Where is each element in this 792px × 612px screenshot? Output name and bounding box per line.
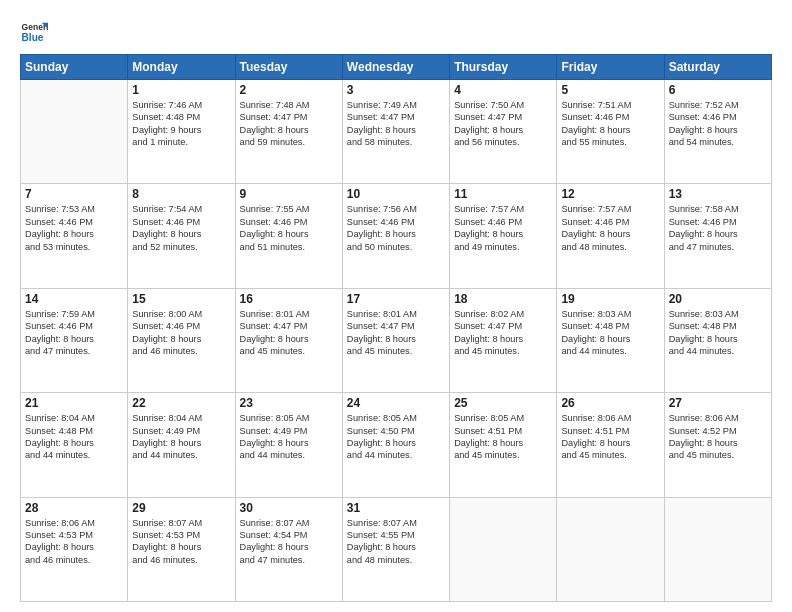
day-number: 31: [347, 501, 445, 515]
calendar-cell: 12Sunrise: 7:57 AMSunset: 4:46 PMDayligh…: [557, 184, 664, 288]
day-number: 1: [132, 83, 230, 97]
day-number: 18: [454, 292, 552, 306]
cell-content: Sunrise: 8:01 AMSunset: 4:47 PMDaylight:…: [347, 308, 445, 358]
calendar-cell: 13Sunrise: 7:58 AMSunset: 4:46 PMDayligh…: [664, 184, 771, 288]
calendar-cell: 10Sunrise: 7:56 AMSunset: 4:46 PMDayligh…: [342, 184, 449, 288]
day-number: 13: [669, 187, 767, 201]
cell-content: Sunrise: 7:58 AMSunset: 4:46 PMDaylight:…: [669, 203, 767, 253]
cell-content: Sunrise: 8:02 AMSunset: 4:47 PMDaylight:…: [454, 308, 552, 358]
day-number: 22: [132, 396, 230, 410]
day-number: 6: [669, 83, 767, 97]
weekday-header-tuesday: Tuesday: [235, 55, 342, 80]
day-number: 29: [132, 501, 230, 515]
day-number: 19: [561, 292, 659, 306]
calendar-cell: 20Sunrise: 8:03 AMSunset: 4:48 PMDayligh…: [664, 288, 771, 392]
cell-content: Sunrise: 7:49 AMSunset: 4:47 PMDaylight:…: [347, 99, 445, 149]
calendar-cell: 27Sunrise: 8:06 AMSunset: 4:52 PMDayligh…: [664, 393, 771, 497]
calendar-cell: 19Sunrise: 8:03 AMSunset: 4:48 PMDayligh…: [557, 288, 664, 392]
calendar-cell: 9Sunrise: 7:55 AMSunset: 4:46 PMDaylight…: [235, 184, 342, 288]
calendar-week-row: 21Sunrise: 8:04 AMSunset: 4:48 PMDayligh…: [21, 393, 772, 497]
cell-content: Sunrise: 7:57 AMSunset: 4:46 PMDaylight:…: [561, 203, 659, 253]
calendar-cell: 4Sunrise: 7:50 AMSunset: 4:47 PMDaylight…: [450, 80, 557, 184]
cell-content: Sunrise: 8:05 AMSunset: 4:49 PMDaylight:…: [240, 412, 338, 462]
calendar-cell: 3Sunrise: 7:49 AMSunset: 4:47 PMDaylight…: [342, 80, 449, 184]
day-number: 14: [25, 292, 123, 306]
cell-content: Sunrise: 7:56 AMSunset: 4:46 PMDaylight:…: [347, 203, 445, 253]
calendar-week-row: 14Sunrise: 7:59 AMSunset: 4:46 PMDayligh…: [21, 288, 772, 392]
cell-content: Sunrise: 8:04 AMSunset: 4:48 PMDaylight:…: [25, 412, 123, 462]
calendar-cell: [557, 497, 664, 601]
weekday-header-monday: Monday: [128, 55, 235, 80]
day-number: 4: [454, 83, 552, 97]
cell-content: Sunrise: 8:06 AMSunset: 4:53 PMDaylight:…: [25, 517, 123, 567]
cell-content: Sunrise: 7:51 AMSunset: 4:46 PMDaylight:…: [561, 99, 659, 149]
header: General Blue: [20, 18, 772, 46]
calendar-week-row: 28Sunrise: 8:06 AMSunset: 4:53 PMDayligh…: [21, 497, 772, 601]
cell-content: Sunrise: 8:07 AMSunset: 4:54 PMDaylight:…: [240, 517, 338, 567]
calendar-cell: 29Sunrise: 8:07 AMSunset: 4:53 PMDayligh…: [128, 497, 235, 601]
day-number: 30: [240, 501, 338, 515]
cell-content: Sunrise: 7:59 AMSunset: 4:46 PMDaylight:…: [25, 308, 123, 358]
day-number: 25: [454, 396, 552, 410]
calendar-week-row: 7Sunrise: 7:53 AMSunset: 4:46 PMDaylight…: [21, 184, 772, 288]
calendar-cell: 17Sunrise: 8:01 AMSunset: 4:47 PMDayligh…: [342, 288, 449, 392]
cell-content: Sunrise: 8:01 AMSunset: 4:47 PMDaylight:…: [240, 308, 338, 358]
calendar-cell: 11Sunrise: 7:57 AMSunset: 4:46 PMDayligh…: [450, 184, 557, 288]
calendar-cell: 28Sunrise: 8:06 AMSunset: 4:53 PMDayligh…: [21, 497, 128, 601]
calendar-cell: 8Sunrise: 7:54 AMSunset: 4:46 PMDaylight…: [128, 184, 235, 288]
day-number: 26: [561, 396, 659, 410]
cell-content: Sunrise: 8:06 AMSunset: 4:52 PMDaylight:…: [669, 412, 767, 462]
weekday-header-friday: Friday: [557, 55, 664, 80]
weekday-header-thursday: Thursday: [450, 55, 557, 80]
calendar-cell: 6Sunrise: 7:52 AMSunset: 4:46 PMDaylight…: [664, 80, 771, 184]
calendar-cell: [664, 497, 771, 601]
day-number: 9: [240, 187, 338, 201]
cell-content: Sunrise: 8:05 AMSunset: 4:50 PMDaylight:…: [347, 412, 445, 462]
day-number: 2: [240, 83, 338, 97]
calendar-cell: 16Sunrise: 8:01 AMSunset: 4:47 PMDayligh…: [235, 288, 342, 392]
calendar-cell: 24Sunrise: 8:05 AMSunset: 4:50 PMDayligh…: [342, 393, 449, 497]
day-number: 5: [561, 83, 659, 97]
cell-content: Sunrise: 7:46 AMSunset: 4:48 PMDaylight:…: [132, 99, 230, 149]
day-number: 20: [669, 292, 767, 306]
day-number: 17: [347, 292, 445, 306]
calendar-cell: 30Sunrise: 8:07 AMSunset: 4:54 PMDayligh…: [235, 497, 342, 601]
cell-content: Sunrise: 7:54 AMSunset: 4:46 PMDaylight:…: [132, 203, 230, 253]
logo: General Blue: [20, 18, 48, 46]
calendar-cell: [21, 80, 128, 184]
cell-content: Sunrise: 8:06 AMSunset: 4:51 PMDaylight:…: [561, 412, 659, 462]
page: General Blue SundayMondayTuesdayWednesda…: [0, 0, 792, 612]
calendar-cell: 15Sunrise: 8:00 AMSunset: 4:46 PMDayligh…: [128, 288, 235, 392]
calendar-table: SundayMondayTuesdayWednesdayThursdayFrid…: [20, 54, 772, 602]
weekday-header-saturday: Saturday: [664, 55, 771, 80]
cell-content: Sunrise: 8:04 AMSunset: 4:49 PMDaylight:…: [132, 412, 230, 462]
calendar-cell: 2Sunrise: 7:48 AMSunset: 4:47 PMDaylight…: [235, 80, 342, 184]
cell-content: Sunrise: 8:07 AMSunset: 4:53 PMDaylight:…: [132, 517, 230, 567]
cell-content: Sunrise: 7:52 AMSunset: 4:46 PMDaylight:…: [669, 99, 767, 149]
day-number: 21: [25, 396, 123, 410]
cell-content: Sunrise: 7:48 AMSunset: 4:47 PMDaylight:…: [240, 99, 338, 149]
day-number: 12: [561, 187, 659, 201]
svg-text:Blue: Blue: [22, 32, 44, 43]
cell-content: Sunrise: 8:00 AMSunset: 4:46 PMDaylight:…: [132, 308, 230, 358]
calendar-cell: 22Sunrise: 8:04 AMSunset: 4:49 PMDayligh…: [128, 393, 235, 497]
cell-content: Sunrise: 8:03 AMSunset: 4:48 PMDaylight:…: [669, 308, 767, 358]
calendar-cell: 21Sunrise: 8:04 AMSunset: 4:48 PMDayligh…: [21, 393, 128, 497]
calendar-cell: 31Sunrise: 8:07 AMSunset: 4:55 PMDayligh…: [342, 497, 449, 601]
cell-content: Sunrise: 7:50 AMSunset: 4:47 PMDaylight:…: [454, 99, 552, 149]
calendar-cell: 7Sunrise: 7:53 AMSunset: 4:46 PMDaylight…: [21, 184, 128, 288]
calendar-cell: 23Sunrise: 8:05 AMSunset: 4:49 PMDayligh…: [235, 393, 342, 497]
day-number: 23: [240, 396, 338, 410]
day-number: 8: [132, 187, 230, 201]
weekday-header-wednesday: Wednesday: [342, 55, 449, 80]
day-number: 11: [454, 187, 552, 201]
calendar-cell: 14Sunrise: 7:59 AMSunset: 4:46 PMDayligh…: [21, 288, 128, 392]
cell-content: Sunrise: 8:07 AMSunset: 4:55 PMDaylight:…: [347, 517, 445, 567]
day-number: 10: [347, 187, 445, 201]
calendar-cell: 1Sunrise: 7:46 AMSunset: 4:48 PMDaylight…: [128, 80, 235, 184]
cell-content: Sunrise: 8:05 AMSunset: 4:51 PMDaylight:…: [454, 412, 552, 462]
day-number: 27: [669, 396, 767, 410]
day-number: 15: [132, 292, 230, 306]
cell-content: Sunrise: 7:57 AMSunset: 4:46 PMDaylight:…: [454, 203, 552, 253]
calendar-week-row: 1Sunrise: 7:46 AMSunset: 4:48 PMDaylight…: [21, 80, 772, 184]
